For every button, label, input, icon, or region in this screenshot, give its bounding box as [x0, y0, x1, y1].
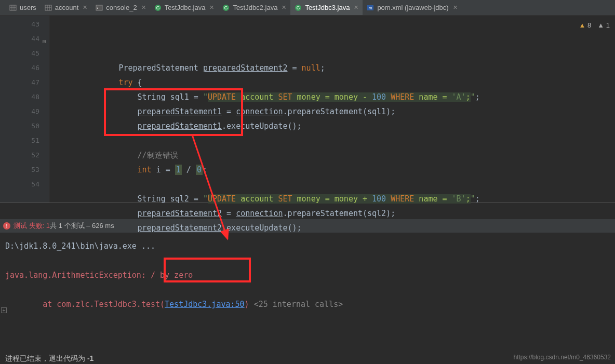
close-icon[interactable]: ✕	[83, 4, 87, 11]
code-line-54[interactable]: preparedStatement2.executeUpdate();	[49, 221, 615, 235]
java-icon: C	[222, 4, 230, 11]
code-line-46[interactable]: preparedStatement1 = connection.prepareS…	[49, 104, 615, 119]
warning-icon: ▲	[579, 21, 586, 29]
svg-rect-4	[45, 5, 51, 10]
expand-icon[interactable]: +	[1, 307, 7, 313]
line-number: 49	[0, 104, 39, 119]
tab-testjdbc[interactable]: CTestJdbc.java✕	[150, 0, 219, 15]
tab-label: account	[55, 4, 79, 11]
close-icon[interactable]: ✕	[282, 4, 286, 11]
console-exception: java.lang.ArithmeticException: / by zero	[5, 271, 193, 280]
line-number-gutter: ⊟ 434445464748495051525354	[0, 16, 49, 203]
line-number: 46	[0, 61, 39, 75]
svg-rect-8	[96, 5, 102, 10]
code-line-51[interactable]	[49, 177, 615, 192]
fold-icon[interactable]: ⊟	[42, 34, 47, 39]
code-line-50[interactable]: int i = 1 / 0;	[49, 163, 615, 177]
tab-users[interactable]: users	[5, 0, 41, 15]
line-number: 43	[0, 17, 39, 32]
code-line-44[interactable]: try {	[49, 75, 615, 90]
tab-label: TestJdbc2.java	[233, 4, 277, 11]
test-status-label: 测试 失败: 1	[14, 222, 50, 230]
maven-icon: m	[367, 4, 374, 11]
line-number: 47	[0, 75, 39, 90]
close-icon[interactable]: ✕	[209, 4, 214, 11]
watermark: https://blog.csdn.net/m0_46360532	[514, 354, 611, 361]
tab-pom[interactable]: mpom.xml (javaweb-jdbc)✕	[363, 0, 461, 15]
line-number: 52	[0, 148, 39, 163]
tab-label: console_2	[106, 4, 137, 11]
line-number: 45	[0, 46, 39, 61]
code-line-53[interactable]: preparedStatement2 = connection.prepareS…	[49, 206, 615, 221]
svg-text:m: m	[369, 5, 372, 10]
inspection-warnings[interactable]: ▲ 8 ▲ 1	[579, 18, 610, 33]
java-icon: C	[154, 4, 162, 11]
line-number: 48	[0, 90, 39, 104]
svg-text:C: C	[224, 5, 228, 10]
warning-count: 8	[587, 21, 591, 29]
editor-tabs: usersaccount✕console_2✕CTestJdbc.java✕CT…	[0, 0, 615, 16]
weak-warning-count: 1	[606, 21, 610, 29]
code-line-48[interactable]	[49, 133, 615, 148]
tab-account[interactable]: account✕	[41, 0, 92, 15]
tab-testjdbc3[interactable]: CTestJdbc3.java✕	[290, 0, 363, 15]
line-number: 44	[0, 32, 39, 46]
tab-label: users	[20, 4, 36, 11]
code-line-52[interactable]: String sql2 = "UPDATE account SET money …	[49, 192, 615, 206]
java-icon: C	[295, 4, 302, 11]
error-icon: !	[3, 222, 10, 230]
line-number: 51	[0, 133, 39, 148]
tab-testjdbc2[interactable]: CTestJdbc2.java✕	[218, 0, 290, 15]
line-number: 53	[0, 163, 39, 177]
tab-label: TestJdbc.java	[165, 4, 206, 11]
code-line-47[interactable]: preparedStatement1.executeUpdate();	[49, 119, 615, 133]
code-editor: ⊟ 434445464748495051525354 ▲ 8 ▲ 1 Prepa…	[0, 16, 615, 203]
close-icon[interactable]: ✕	[354, 4, 358, 11]
line-number: 50	[0, 119, 39, 133]
exit-code: -1	[87, 354, 93, 362]
close-icon[interactable]: ✕	[141, 4, 146, 11]
svg-text:C: C	[156, 5, 159, 10]
code-area[interactable]: ▲ 8 ▲ 1 PreparedStatement preparedStatem…	[49, 16, 615, 203]
tab-console_2[interactable]: console_2✕	[91, 0, 150, 15]
close-icon[interactable]: ✕	[453, 4, 458, 11]
console-command: D:\jdk1.8.0_241\bin\java.exe ...	[5, 241, 155, 251]
code-line-45[interactable]: String sql1 = "UPDATE account SET money …	[49, 90, 615, 104]
table-icon	[45, 4, 52, 11]
code-line-49[interactable]: //制造错误	[49, 148, 615, 163]
tab-label: TestJdbc3.java	[305, 4, 350, 11]
line-number: 54	[0, 177, 39, 192]
svg-text:C: C	[297, 5, 300, 10]
stack-at: at com.zlc.TestJdbc3.test(	[5, 300, 165, 309]
svg-rect-0	[10, 5, 16, 10]
weak-warning-icon: ▲	[597, 21, 604, 29]
tab-label: pom.xml (javaweb-jdbc)	[377, 4, 448, 11]
console-output[interactable]: D:\jdk1.8.0_241\bin\java.exe ... java.la…	[0, 233, 615, 347]
internal-calls: <25 internal calls>	[249, 300, 343, 309]
table-icon	[9, 4, 17, 11]
console-icon	[96, 4, 103, 11]
stack-link[interactable]: TestJdbc3.java:50	[165, 300, 245, 309]
code-line-43[interactable]: PreparedStatement preparedStatement2 = n…	[49, 61, 615, 75]
